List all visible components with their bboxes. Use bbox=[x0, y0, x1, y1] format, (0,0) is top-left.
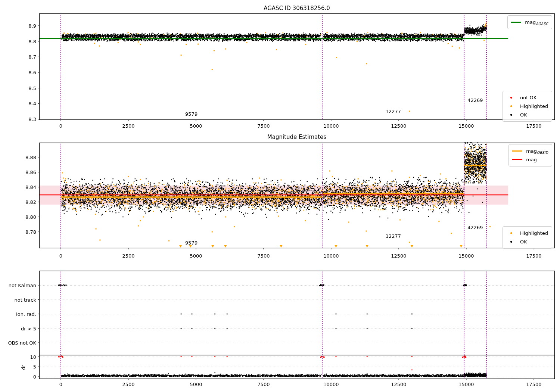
y-tick-label: 8.9 bbox=[24, 23, 36, 28]
x-tick-label: 2500 bbox=[122, 382, 134, 387]
ok-dot-swatch bbox=[510, 114, 512, 116]
legend-item-mag: mag bbox=[512, 155, 548, 164]
mag-obsid-line-swatch bbox=[512, 150, 522, 152]
plot1-title: AGASC ID 306318256.0 bbox=[264, 5, 330, 12]
x-tick-label: 15000 bbox=[458, 253, 474, 259]
mag-agasc-line-swatch bbox=[511, 22, 521, 23]
x-tick-label: 5000 bbox=[190, 253, 202, 259]
legend-label: magAGASC bbox=[525, 19, 548, 25]
x-tick-label: 17500 bbox=[526, 123, 541, 129]
x-tick-label: 0 bbox=[59, 382, 62, 387]
category-label-dr-5: dr > 5 bbox=[1, 326, 36, 331]
x-tick-label: 7500 bbox=[257, 253, 270, 259]
x-tick-label: 12500 bbox=[391, 253, 406, 259]
legend-label: mag bbox=[526, 157, 537, 162]
y-tick-label: 8.82 bbox=[24, 199, 36, 205]
mag-line-swatch bbox=[512, 159, 522, 160]
legend-plot2-lines: magOBSID mag bbox=[508, 144, 552, 167]
annotation-42269: 42269 bbox=[467, 225, 483, 230]
x-tick-label: 0 bbox=[59, 253, 62, 259]
plot-canvas bbox=[0, 0, 560, 392]
y-tick-label: 8.7 bbox=[24, 54, 36, 60]
x-tick-label: 17500 bbox=[526, 382, 541, 387]
y-tick-label: 8.84 bbox=[24, 184, 36, 190]
x-tick-label: 10000 bbox=[323, 382, 339, 387]
legend-label: not OK bbox=[520, 95, 536, 100]
legend-item-mag-agasc: magAGASC bbox=[511, 18, 548, 27]
legend-plot2-markers: Highlighted OK bbox=[503, 226, 552, 249]
y-tick-label: 8.88 bbox=[24, 155, 36, 160]
legend-label: OK bbox=[520, 239, 527, 245]
legend-item-ok: OK bbox=[506, 111, 548, 119]
x-tick-label: 17500 bbox=[526, 253, 541, 259]
legend-item-mag-obsid: magOBSID bbox=[512, 147, 548, 155]
plot2-title: Magnitude Estimates bbox=[267, 134, 326, 140]
category-label-ion-rad-: Ion. rad. bbox=[1, 311, 36, 317]
not-ok-dot-swatch bbox=[510, 97, 512, 99]
annotation-12277: 12277 bbox=[386, 108, 401, 114]
x-tick-label: 7500 bbox=[257, 123, 270, 129]
x-tick-label: 0 bbox=[59, 123, 62, 129]
legend-item-not-ok: not OK bbox=[506, 93, 548, 102]
x-tick-label: 10000 bbox=[323, 253, 339, 259]
figure: AGASC ID 306318256.0 Magnitude Estimates… bbox=[0, 0, 560, 392]
dr-tick-label: 10 bbox=[24, 354, 36, 360]
legend-plot1-markers: not OK Highlighted OK bbox=[503, 91, 552, 122]
dr-tick-label: 5 bbox=[24, 364, 36, 370]
category-label-not-track: not track bbox=[1, 297, 36, 302]
legend-item-ok: OK bbox=[506, 237, 548, 246]
x-tick-label: 2500 bbox=[122, 123, 134, 129]
legend-label: Highlighted bbox=[520, 103, 548, 109]
y-tick-label: 8.78 bbox=[24, 229, 36, 235]
x-tick-label: 15000 bbox=[458, 123, 474, 129]
x-tick-label: 5000 bbox=[190, 382, 202, 387]
category-label-not-kalman: not Kalman bbox=[1, 283, 36, 288]
highlighted-dot-swatch bbox=[510, 105, 512, 107]
legend-label: magOBSID bbox=[526, 148, 548, 154]
legend-mag-agasc: magAGASC bbox=[507, 15, 552, 29]
y-tick-label: 8.4 bbox=[24, 101, 36, 106]
y-tick-label: 8.8 bbox=[24, 38, 36, 44]
category-label-obs-not-ok: OBS not OK bbox=[1, 340, 36, 346]
annotation-12277: 12277 bbox=[386, 233, 401, 239]
legend-label: OK bbox=[520, 112, 527, 118]
legend-item-highlighted: Highlighted bbox=[506, 102, 548, 111]
x-tick-label: 15000 bbox=[458, 382, 474, 387]
annotation-9579: 9579 bbox=[185, 111, 197, 116]
y-tick-label: 8.5 bbox=[24, 85, 36, 91]
x-tick-label: 7500 bbox=[257, 382, 270, 387]
y-tick-label: 8.3 bbox=[24, 116, 36, 122]
annotation-9579: 9579 bbox=[185, 240, 197, 246]
legend-label: Highlighted bbox=[520, 230, 548, 236]
x-tick-label: 12500 bbox=[391, 382, 406, 387]
y-tick-label: 8.6 bbox=[24, 70, 36, 75]
x-tick-label: 2500 bbox=[122, 253, 134, 259]
legend-item-highlighted: Highlighted bbox=[506, 229, 548, 237]
ok-dot-swatch bbox=[510, 241, 512, 243]
x-tick-label: 12500 bbox=[391, 123, 406, 129]
highlighted-dot-swatch bbox=[510, 232, 512, 234]
annotation-42269: 42269 bbox=[467, 97, 483, 103]
x-tick-label: 5000 bbox=[190, 123, 202, 129]
y-tick-label: 8.80 bbox=[24, 214, 36, 220]
y-tick-label: 8.86 bbox=[24, 169, 36, 175]
dr-tick-label: 0 bbox=[24, 374, 36, 380]
x-tick-label: 10000 bbox=[323, 123, 339, 129]
